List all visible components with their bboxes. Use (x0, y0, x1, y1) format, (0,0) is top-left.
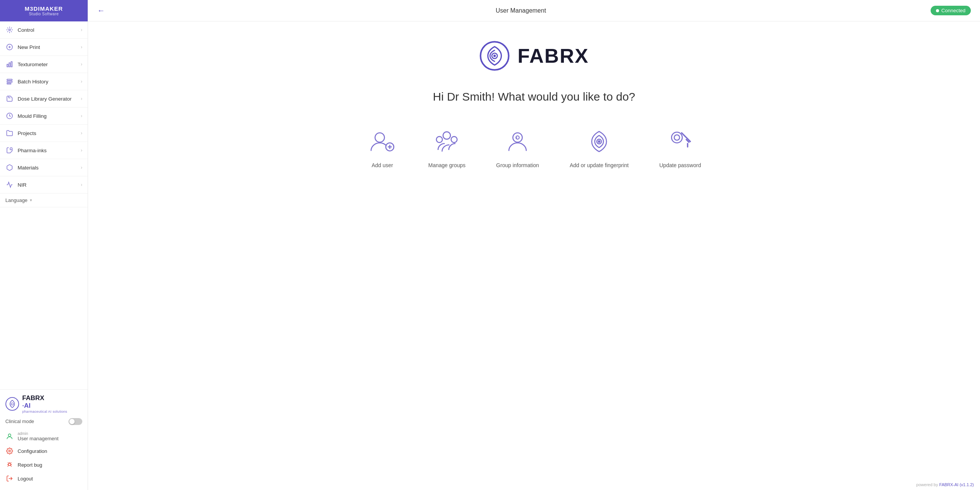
connected-dot (936, 9, 939, 12)
sidebar-nav: Control › New Print › Texturometer › Bat… (0, 21, 88, 389)
manage-groups-icon (431, 126, 462, 157)
action-card-password[interactable]: Update password (659, 126, 701, 168)
svg-rect-5 (9, 63, 10, 67)
chevron-right-icon: › (81, 96, 82, 101)
fabrx-main-brand: FABRX·AI (22, 394, 67, 410)
logout-item[interactable]: Logout (5, 472, 82, 485)
sidebar-item-control[interactable]: Control › (0, 21, 88, 39)
configuration-item[interactable]: Configuration (5, 444, 82, 458)
svg-rect-7 (7, 79, 12, 80)
sidebar-item-pharma-inks[interactable]: Pharma-inks › (0, 142, 88, 159)
control-icon (5, 26, 14, 34)
connected-badge: Connected (931, 6, 971, 15)
clinical-mode-toggle[interactable] (69, 418, 82, 425)
user-avatar-icon (5, 432, 14, 441)
group-info-icon: i (502, 126, 533, 157)
sidebar-item-materials[interactable]: Materials › (0, 159, 88, 176)
projects-icon (5, 129, 14, 137)
fabrx-main-logo: FABRX (479, 41, 589, 71)
fabrx-sub-brand: pharmaceutical AI solutions (22, 410, 67, 413)
group-info-label: Group information (496, 162, 539, 168)
fabrx-ai-logo: FABRX·AI pharmaceutical AI solutions (5, 394, 82, 413)
main-content: ← User Management Connected FABRX Hi Dr … (88, 0, 980, 490)
chevron-right-icon: › (81, 62, 82, 67)
clinical-mode-row: Clinical mode (5, 418, 82, 425)
brand-name: M3DIMAKER (25, 5, 63, 12)
svg-rect-4 (7, 64, 8, 67)
add-user-icon (367, 126, 398, 157)
sidebar-item-nir[interactable]: NIR › (0, 176, 88, 194)
greeting-text: Hi Dr Smith! What would you like to do? (433, 90, 635, 103)
svg-point-11 (11, 403, 13, 405)
sidebar-item-batch-history[interactable]: Batch History › (0, 73, 88, 90)
fabrx-title: FABRX (518, 44, 589, 67)
nir-icon (5, 181, 14, 189)
nav-label-batch-history: Batch History (18, 79, 48, 85)
sidebar-header: M3DIMAKER Studio Software (0, 0, 88, 21)
svg-rect-8 (7, 81, 12, 82)
nav-label-pharma-inks: Pharma-inks (18, 148, 47, 153)
action-card-group-info[interactable]: i Group information (496, 126, 539, 168)
print-icon (5, 43, 14, 51)
fabrx-ai-link[interactable]: FABRX-AI (v1.1.2) (939, 482, 974, 487)
add-user-label: Add user (372, 162, 393, 168)
nav-label-materials: Materials (18, 165, 39, 171)
topbar: ← User Management Connected (88, 0, 980, 21)
language-selector[interactable]: Language ▾ (0, 194, 88, 207)
materials-icon (5, 163, 14, 172)
chevron-right-icon: › (81, 79, 82, 84)
chevron-right-icon: › (81, 27, 82, 33)
action-card-manage-groups[interactable]: Manage groups (428, 126, 466, 168)
svg-point-25 (451, 137, 457, 143)
user-info: admin User management (18, 431, 59, 441)
svg-text:i: i (516, 136, 517, 140)
clinical-mode-label: Clinical mode (5, 419, 34, 424)
svg-point-31 (671, 132, 682, 143)
nav-label-projects: Projects (18, 130, 36, 136)
dose-icon (5, 94, 14, 103)
action-card-fingerprint[interactable]: Add or update fingerprint (570, 126, 629, 168)
sidebar-item-mould-filling[interactable]: Mould Filling › (0, 107, 88, 125)
svg-point-26 (513, 133, 523, 142)
fabrx-fingerprint-logo (479, 41, 510, 71)
back-button[interactable]: ← (97, 6, 105, 15)
report-bug-label: Report bug (18, 462, 42, 468)
svg-point-32 (674, 135, 679, 140)
configuration-label: Configuration (18, 448, 47, 454)
svg-rect-9 (7, 83, 11, 84)
pharma-icon (5, 146, 14, 155)
footer-powered: powered by FABRX-AI (v1.1.2) (916, 482, 974, 487)
fingerprint-icon (584, 126, 614, 157)
report-bug-item[interactable]: Report bug (5, 458, 82, 472)
password-label: Update password (659, 162, 701, 168)
svg-rect-6 (11, 62, 12, 67)
chevron-right-icon: › (81, 44, 82, 50)
fabrx-logo-text: FABRX·AI pharmaceutical AI solutions (22, 394, 67, 413)
svg-point-19 (375, 133, 385, 142)
sidebar: M3DIMAKER Studio Software Control › New … (0, 0, 88, 490)
main-page-content: FABRX Hi Dr Smith! What would you like t… (88, 21, 980, 490)
svg-line-33 (681, 133, 690, 142)
user-label: User management (18, 436, 59, 441)
svg-point-0 (9, 29, 11, 31)
footer-text: powered by (916, 482, 939, 487)
sidebar-item-projects[interactable]: Projects › (0, 125, 88, 142)
user-management-item[interactable]: admin User management (5, 429, 82, 444)
logout-icon (5, 474, 14, 483)
action-card-add-user[interactable]: Add user (367, 126, 398, 168)
nav-label-nir: NIR (18, 182, 26, 188)
sidebar-item-new-print[interactable]: New Print › (0, 39, 88, 56)
gear-icon (5, 447, 14, 455)
language-label: Language (5, 197, 28, 203)
mould-icon (5, 112, 14, 120)
sidebar-item-dose-library[interactable]: Dose Library Generator › (0, 90, 88, 107)
nav-label-dose-library: Dose Library Generator (18, 96, 72, 102)
svg-point-23 (443, 132, 451, 139)
manage-groups-label: Manage groups (428, 162, 466, 168)
brand-sub: Studio Software (29, 12, 59, 16)
chevron-right-icon: › (81, 130, 82, 136)
sidebar-item-texturometer[interactable]: Texturometer › (0, 56, 88, 73)
chevron-down-icon: ▾ (30, 198, 32, 203)
svg-point-30 (598, 141, 600, 142)
bug-icon (5, 461, 14, 469)
